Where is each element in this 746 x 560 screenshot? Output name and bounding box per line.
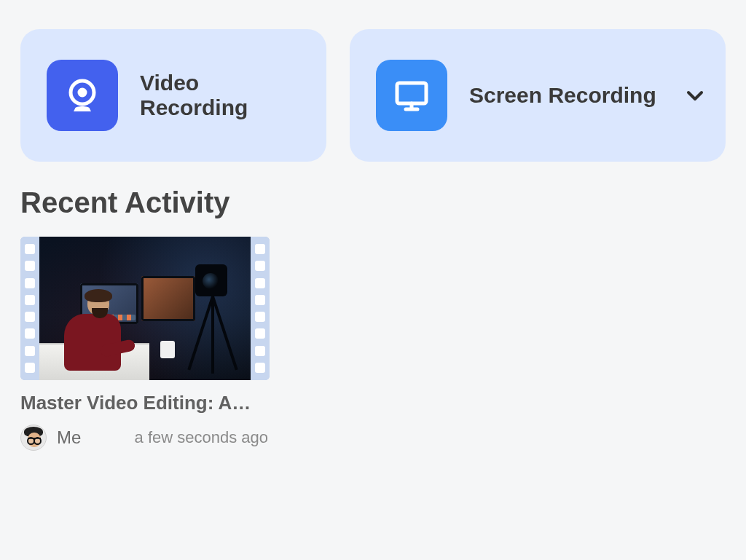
film-sprockets-right	[251, 237, 270, 380]
recent-item-thumbnail[interactable]	[20, 237, 270, 380]
screen-recording-label: Screen Recording	[469, 83, 682, 108]
recent-item-title: Master Video Editing: A…	[20, 392, 270, 414]
webcam-icon	[47, 60, 118, 131]
recent-item-author: Me	[57, 427, 81, 448]
author-avatar[interactable]	[20, 425, 47, 451]
recent-activity-heading: Recent Activity	[20, 186, 726, 219]
recent-item-timestamp: a few seconds ago	[135, 428, 270, 447]
recent-item-meta: Me a few seconds ago	[20, 425, 270, 451]
film-sprockets-left	[20, 237, 39, 380]
chevron-down-icon[interactable]	[682, 82, 708, 109]
svg-rect-2	[397, 83, 426, 103]
monitor-icon	[376, 60, 447, 131]
screen-recording-tile[interactable]: Screen Recording	[350, 29, 726, 162]
recent-activity-grid: Master Video Editing: A… Me a few second…	[20, 237, 726, 451]
action-tiles: Video Recording Screen Recording	[20, 29, 726, 162]
recent-item: Master Video Editing: A… Me a few second…	[20, 237, 270, 451]
dashboard: Video Recording Screen Recording Recent …	[0, 0, 746, 451]
svg-point-1	[78, 88, 87, 98]
thumbnail-frame	[39, 237, 251, 380]
video-recording-label: Video Recording	[140, 71, 309, 120]
video-recording-tile[interactable]: Video Recording	[20, 29, 326, 162]
